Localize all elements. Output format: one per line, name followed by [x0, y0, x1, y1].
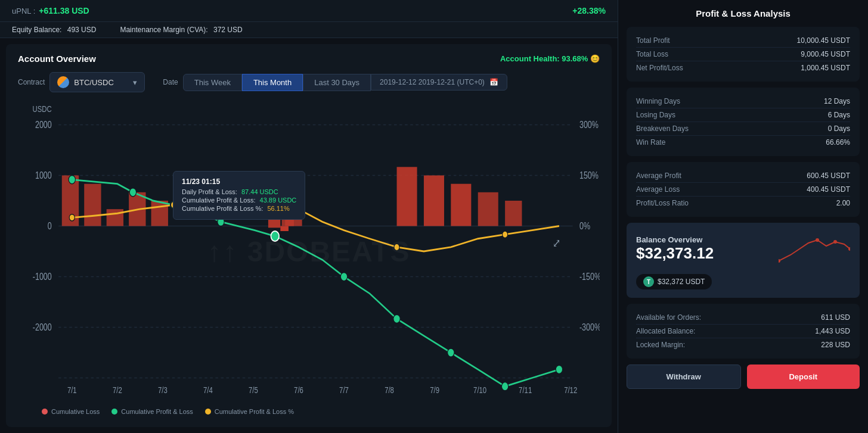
net-profit-label: Net Profit/Loss: [636, 64, 683, 72]
usdt-badge: T $32,372 USDT: [636, 274, 712, 289]
losing-days-value: 6 Days: [828, 111, 850, 119]
svg-text:7/4: 7/4: [203, 385, 213, 395]
pnl-title: Profit & Loss Analysis: [627, 8, 860, 18]
allocated-balance-value: 1,443 USD: [815, 327, 850, 335]
svg-point-61: [816, 238, 819, 242]
upnl-section: uPNL : +611.38 USD: [12, 6, 89, 15]
svg-rect-30: [84, 184, 101, 226]
maintenance-margin: Maintenance Margin (CVA): 372 USD: [120, 26, 242, 34]
svg-text:-1000: -1000: [33, 272, 52, 282]
svg-point-42: [69, 176, 75, 184]
date-range-text: 2019-12-12 2019-12-21 (UTC+0): [380, 78, 485, 86]
win-rate-row: Win Rate 66.66%: [636, 136, 850, 149]
net-profit-row: Net Profit/Loss 1,000.45 USDT: [636, 61, 850, 74]
total-loss-label: Total Loss: [636, 50, 668, 58]
svg-point-62: [833, 240, 837, 244]
balance-overview-label: Balance Overview: [636, 235, 714, 244]
balance-details-section: Available for Orders: 611 USD Allocated …: [627, 304, 860, 359]
action-buttons: Withdraw Deposit: [627, 365, 860, 389]
this-month-button[interactable]: This Month: [242, 74, 303, 91]
pnl-ratio-row: Profit/Loss Ratio 2.00: [636, 197, 850, 210]
svg-rect-58: [280, 226, 289, 232]
legend-dot-loss: [42, 409, 48, 415]
svg-rect-31: [107, 209, 123, 226]
locked-margin-value: 228 USD: [821, 341, 850, 349]
net-profit-value: 1,000.45 USDT: [801, 64, 850, 72]
total-profit-value: 10,000.45 USDT: [797, 36, 850, 45]
equity-balance: Equity Balance: 493 USD: [12, 26, 96, 34]
withdraw-button[interactable]: Withdraw: [627, 365, 741, 389]
total-profit-row: Total Profit 10,000.45 USDT: [636, 34, 850, 48]
balance-row: Equity Balance: 493 USD Maintenance Marg…: [0, 22, 618, 38]
svg-text:7/11: 7/11: [519, 385, 532, 395]
contract-name: BTC/USDC: [74, 78, 113, 87]
balance-big-value: $32,373.12: [636, 244, 714, 263]
svg-text:⤢: ⤢: [553, 236, 560, 250]
svg-point-54: [296, 206, 301, 213]
last-30-days-button[interactable]: Last 30 Days: [303, 74, 371, 91]
svg-rect-35: [397, 167, 417, 226]
legend-dot-pnl-pct: [205, 409, 211, 415]
breakeven-days-value: 0 Days: [828, 124, 850, 133]
date-label: Date: [163, 78, 178, 86]
avg-profit-row: Average Profit 600.45 USDT: [636, 169, 850, 183]
locked-margin-label: Locked Margin:: [636, 341, 685, 349]
averages-section: Average Profit 600.45 USDT Average Loss …: [627, 162, 860, 217]
allocated-balance-row: Allocated Balance: 1,443 USD: [636, 325, 850, 338]
win-rate-value: 66.66%: [826, 138, 850, 147]
account-overview: Account Overview Account Health: 93.68% …: [6, 44, 612, 427]
svg-rect-33: [151, 201, 168, 226]
svg-text:7/9: 7/9: [430, 385, 439, 395]
avg-profit-label: Average Profit: [636, 172, 681, 180]
upnl-value: +611.38 USD: [39, 6, 89, 15]
pnl-section: Total Profit 10,000.45 USDT Total Loss 9…: [627, 27, 860, 82]
svg-rect-39: [505, 201, 522, 226]
svg-text:0: 0: [48, 221, 52, 232]
total-profit-label: Total Profit: [636, 36, 670, 45]
legend-dot-pnl: [111, 409, 117, 415]
deposit-button[interactable]: Deposit: [747, 365, 860, 389]
winning-days-value: 12 Days: [824, 97, 850, 105]
equity-label: Equity Balance:: [12, 26, 61, 34]
chevron-down-icon: ▾: [133, 78, 137, 87]
top-bar: uPNL : +611.38 USD +28.38%: [0, 0, 618, 22]
svg-text:150%: 150%: [579, 170, 599, 181]
allocated-balance-label: Allocated Balance:: [636, 327, 695, 335]
locked-margin-row: Locked Margin: 228 USD: [636, 338, 850, 351]
svg-point-51: [556, 365, 562, 373]
total-loss-row: Total Loss 9,000.45 USDT: [636, 48, 850, 61]
svg-point-56: [503, 231, 508, 238]
chart-svg: 2000 1000 0 -1000 -2000 USDC 300% 150% 0…: [18, 99, 600, 403]
svg-rect-41: [282, 217, 294, 226]
upnl-label: uPNL :: [12, 7, 35, 15]
pnl-ratio-label: Profit/Loss Ratio: [636, 199, 689, 207]
contract-label: Contract: [18, 78, 45, 86]
svg-point-45: [218, 217, 224, 226]
svg-text:1000: 1000: [35, 170, 52, 181]
legend-label-pnl: Cumulative Profit & Loss: [121, 408, 193, 415]
svg-text:-300%: -300%: [579, 322, 600, 333]
usdt-value: $32,372 USDT: [658, 278, 705, 286]
available-orders-label: Available for Orders:: [636, 313, 701, 322]
svg-text:7/5: 7/5: [249, 385, 258, 395]
svg-rect-36: [424, 176, 444, 226]
losing-days-label: Losing Days: [636, 111, 675, 119]
svg-text:-150%: -150%: [579, 272, 600, 282]
contract-select[interactable]: BTC/USDC ▾: [49, 72, 145, 92]
losing-days-row: Losing Days 6 Days: [636, 108, 850, 122]
equity-value: 493 USD: [67, 26, 97, 34]
balance-overview-header: Balance Overview $32,373.12: [636, 231, 850, 267]
svg-text:-2000: -2000: [33, 322, 52, 333]
this-week-button[interactable]: This Week: [183, 74, 242, 91]
date-range-display[interactable]: 2019-12-12 2019-12-21 (UTC+0) 📅: [371, 74, 507, 91]
svg-rect-38: [478, 192, 498, 226]
avg-loss-row: Average Loss 400.45 USDT: [636, 183, 850, 197]
total-loss-value: 9,000.45 USDT: [801, 50, 850, 58]
win-rate-label: Win Rate: [636, 138, 665, 147]
svg-text:7/3: 7/3: [158, 385, 168, 395]
svg-point-57: [271, 231, 279, 241]
svg-point-53: [170, 201, 176, 208]
balance-overview-section: Balance Overview $32,373.12 T $32,372 US…: [627, 223, 860, 298]
svg-text:7/8: 7/8: [385, 385, 394, 395]
svg-text:2000: 2000: [35, 120, 52, 130]
